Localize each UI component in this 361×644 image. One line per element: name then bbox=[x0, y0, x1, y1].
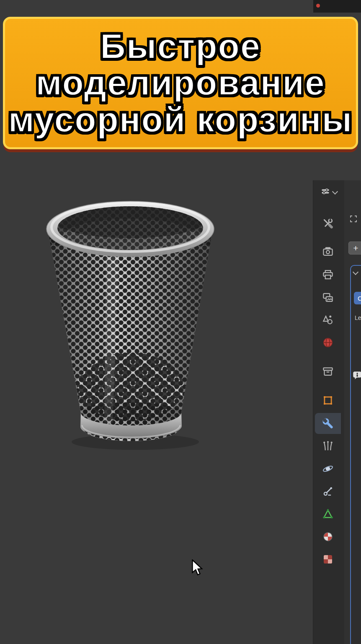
tab-render[interactable] bbox=[315, 241, 341, 262]
tab-object-data[interactable] bbox=[315, 504, 341, 525]
texture-checker-icon bbox=[322, 553, 334, 566]
banner-line-1: Быстрое bbox=[100, 28, 260, 65]
levels-viewport-label: Le bbox=[355, 314, 361, 321]
tab-texture[interactable] bbox=[315, 549, 341, 570]
tab-collection[interactable] bbox=[315, 361, 341, 382]
properties-panel: + C Le bbox=[313, 180, 361, 644]
title-banner: Быстрое моделирование мусорной корзины bbox=[3, 17, 358, 149]
tab-object[interactable] bbox=[315, 390, 341, 411]
catmull-clark-toggle[interactable]: C bbox=[354, 292, 361, 304]
world-globe-icon bbox=[322, 336, 334, 349]
arrow-cursor-icon bbox=[192, 559, 204, 577]
collection-box-icon bbox=[322, 365, 334, 378]
tool-icon bbox=[322, 217, 334, 230]
constraint-icon bbox=[322, 485, 334, 498]
particles-icon bbox=[322, 440, 334, 452]
editor-type-button[interactable] bbox=[320, 187, 337, 198]
tab-scene[interactable] bbox=[315, 309, 341, 330]
corner-brackets-icon[interactable] bbox=[348, 214, 358, 224]
banner-line-3: мусорной корзины bbox=[8, 101, 353, 138]
wrench-icon bbox=[322, 417, 334, 430]
topbar-fragment bbox=[313, 0, 361, 13]
physics-orbit-icon bbox=[322, 462, 334, 475]
tab-output[interactable] bbox=[315, 264, 341, 285]
tab-physics[interactable] bbox=[315, 458, 341, 479]
tab-particles[interactable] bbox=[315, 436, 341, 457]
add-button[interactable]: + bbox=[348, 242, 361, 254]
view-layer-icon bbox=[322, 291, 334, 304]
info-bubble-icon[interactable] bbox=[352, 370, 361, 381]
properties-editor-icon bbox=[320, 187, 331, 198]
chevron-down-icon bbox=[332, 189, 338, 195]
record-indicator-icon bbox=[316, 4, 320, 8]
tab-modifiers[interactable] bbox=[315, 413, 341, 434]
banner-line-2: моделирование bbox=[36, 65, 325, 101]
mesh-data-icon bbox=[322, 508, 334, 520]
tab-view-layer[interactable] bbox=[315, 287, 341, 308]
tab-constraints[interactable] bbox=[315, 481, 341, 502]
scene-icon bbox=[322, 314, 334, 326]
3d-viewport[interactable] bbox=[0, 145, 313, 644]
material-sphere-icon bbox=[322, 530, 334, 543]
tab-material[interactable] bbox=[315, 526, 341, 547]
tab-tool[interactable] bbox=[315, 213, 341, 234]
tab-world[interactable] bbox=[315, 332, 341, 353]
object-square-icon bbox=[322, 394, 334, 407]
modifier-panel-outline bbox=[350, 265, 361, 644]
render-icon bbox=[322, 245, 334, 258]
output-printer-icon bbox=[322, 268, 334, 281]
trash-can-model bbox=[36, 196, 232, 456]
